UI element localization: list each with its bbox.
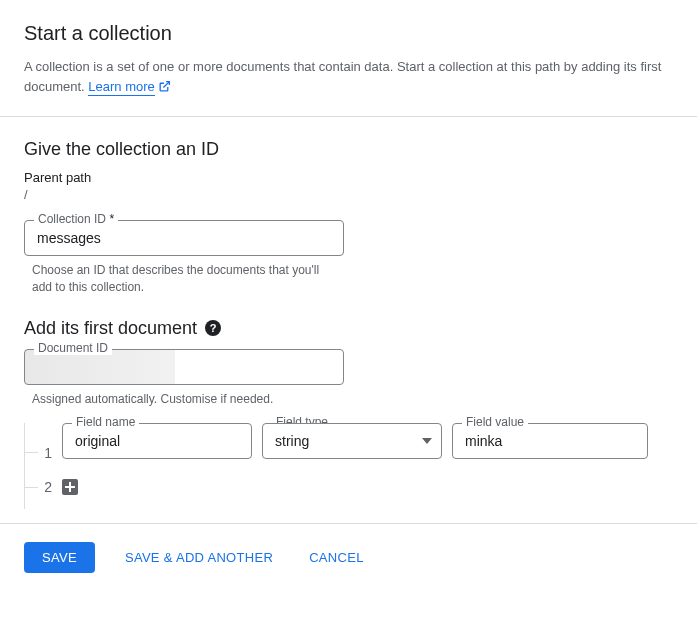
field-type-select[interactable] [262,423,442,459]
save-and-add-another-button[interactable]: SAVE & ADD ANOTHER [119,542,279,573]
parent-path-value: / [24,187,673,202]
first-document-heading: Add its first document ? [24,318,673,339]
field-index: 1 [44,445,52,461]
document-id-field: Document ID [24,349,344,385]
field-connector: 2 [24,479,52,495]
field-name-label: Field name [72,415,139,429]
parent-path-label: Parent path [24,170,673,185]
field-row: 1 Field name Field type Field value [24,423,673,461]
add-field-button[interactable] [62,479,78,495]
learn-more-link[interactable]: Learn more [88,79,154,96]
add-field-row: 2 [24,479,673,495]
collection-id-helper: Choose an ID that describes the document… [32,262,332,296]
dialog-footer: SAVE SAVE & ADD ANOTHER CANCEL [0,523,697,601]
dialog-body: Give the collection an ID Parent path / … [0,117,697,523]
document-id-helper: Assigned automatically. Customise if nee… [32,391,332,408]
document-id-label: Document ID [34,341,112,355]
start-collection-dialog: Start a collection A collection is a set… [0,0,697,601]
field-connector: 1 [24,423,52,461]
field-name-col: Field name [62,423,252,459]
collection-id-label: Collection ID * [34,212,118,226]
field-value-col: Field value [452,423,648,459]
plus-icon [65,482,75,492]
cancel-button[interactable]: CANCEL [303,542,370,573]
collection-id-heading: Give the collection an ID [24,139,673,160]
field-index: 2 [44,479,52,495]
save-button[interactable]: SAVE [24,542,95,573]
dialog-title: Start a collection [24,22,673,45]
external-link-icon [158,79,171,99]
dialog-header: Start a collection A collection is a set… [0,0,697,116]
fields-area: 1 Field name Field type Field value [24,423,673,495]
field-value-label: Field value [462,415,528,429]
help-icon[interactable]: ? [205,320,221,336]
collection-id-field: Collection ID * [24,220,344,256]
field-type-col: Field type [262,423,442,459]
dialog-description: A collection is a set of one or more doc… [24,57,673,98]
